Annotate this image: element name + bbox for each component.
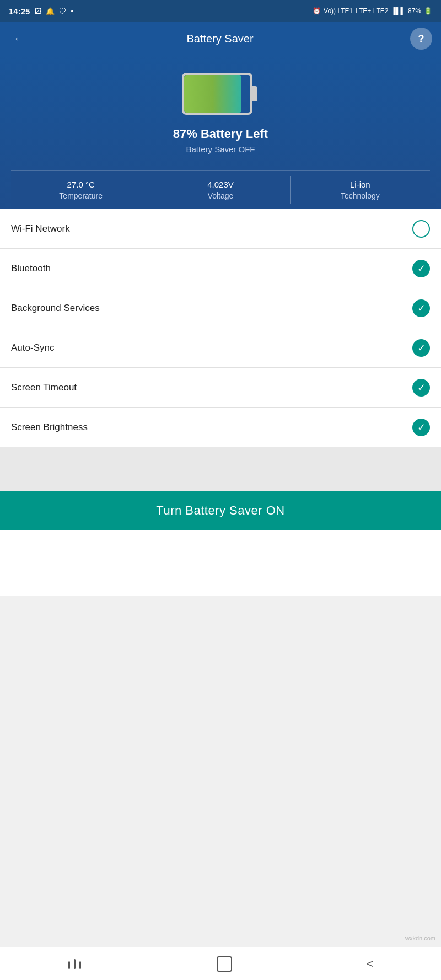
voltage-stat: 4.023V Voltage — [150, 171, 290, 209]
alarm-icon: ⏰ — [313, 7, 321, 15]
home-icon — [217, 956, 232, 972]
screen-timeout-setting[interactable]: Screen Timeout ✓ — [0, 368, 441, 408]
status-left: 14:25 🖼 🔔 🛡 • — [9, 7, 73, 16]
battery-section: 87% Battery Left Battery Saver OFF 27.0 … — [0, 55, 441, 209]
voltage-label: Voltage — [208, 191, 234, 200]
screen-brightness-label: Screen Brightness — [11, 422, 88, 433]
recent-apps-icon — [67, 959, 82, 969]
bluetooth-label: Bluetooth — [11, 263, 51, 274]
battery-percent-label: 87% Battery Left — [173, 127, 268, 141]
navigation-bar: < — [0, 947, 441, 980]
technology-stat: Li-ion Technology — [291, 171, 430, 209]
battery-percent-status: 87% — [408, 7, 421, 15]
status-right: ⏰ Vo)) LTE1 LTE+ LTE2 ▐▌▌ 87% 🔋 — [313, 7, 432, 15]
voltage-value: 4.023V — [207, 180, 234, 189]
battery-tip — [252, 86, 257, 101]
auto-sync-setting[interactable]: Auto-Sync ✓ — [0, 328, 441, 368]
temperature-value: 27.0 °C — [67, 180, 95, 189]
screen-timeout-checkbox[interactable]: ✓ — [412, 379, 430, 397]
bottom-spacer — [0, 530, 441, 596]
background-services-checkbox[interactable]: ✓ — [412, 299, 430, 317]
temperature-label: Temperature — [59, 191, 103, 200]
turn-battery-saver-on-button[interactable]: Turn Battery Saver ON — [0, 491, 441, 530]
spacer-gray — [0, 447, 441, 491]
recent-apps-button[interactable] — [51, 954, 99, 974]
screen-brightness-setting[interactable]: Screen Brightness ✓ — [0, 408, 441, 447]
back-button[interactable]: ← — [9, 27, 30, 50]
stats-row: 27.0 °C Temperature 4.023V Voltage Li-io… — [11, 170, 430, 209]
wifi-setting[interactable]: Wi-Fi Network — [0, 209, 441, 249]
notification-icon: 🔔 — [46, 7, 55, 15]
home-button[interactable] — [200, 951, 249, 977]
bluetooth-setting[interactable]: Bluetooth ✓ — [0, 249, 441, 288]
battery-saver-status: Battery Saver OFF — [186, 144, 255, 154]
signal-lte1: Vo)) LTE1 — [324, 7, 353, 15]
page-title: Battery Saver — [186, 33, 253, 45]
technology-value: Li-ion — [350, 180, 370, 189]
battery-fill — [184, 75, 241, 113]
shield-icon: 🛡 — [59, 7, 66, 15]
app-header: ← Battery Saver ? — [0, 22, 441, 55]
signal-bars: ▐▌▌ — [391, 7, 405, 15]
battery-body — [182, 73, 252, 115]
battery-icon-container — [182, 72, 259, 116]
screen-brightness-checkbox[interactable]: ✓ — [412, 419, 430, 436]
temperature-stat: 27.0 °C Temperature — [11, 171, 150, 209]
battery-icon — [182, 72, 259, 116]
photo-icon: 🖼 — [34, 7, 41, 15]
wifi-label: Wi-Fi Network — [11, 223, 70, 234]
auto-sync-label: Auto-Sync — [11, 342, 54, 354]
auto-sync-checkbox[interactable]: ✓ — [412, 339, 430, 357]
dot-indicator: • — [71, 7, 73, 15]
back-nav-icon: < — [367, 957, 374, 971]
signal-lte2: LTE+ LTE2 — [356, 7, 388, 15]
background-services-setting[interactable]: Background Services ✓ — [0, 288, 441, 328]
watermark: wxkdn.com — [405, 935, 435, 941]
help-button[interactable]: ? — [410, 28, 432, 50]
technology-label: Technology — [341, 191, 380, 200]
settings-list: Wi-Fi Network Bluetooth ✓ Background Ser… — [0, 209, 441, 447]
battery-icon-status: 🔋 — [424, 7, 432, 15]
status-bar: 14:25 🖼 🔔 🛡 • ⏰ Vo)) LTE1 LTE+ LTE2 ▐▌▌ … — [0, 0, 441, 22]
bluetooth-checkbox[interactable]: ✓ — [412, 260, 430, 277]
wifi-checkbox[interactable] — [412, 220, 430, 238]
background-services-label: Background Services — [11, 303, 100, 314]
screen-timeout-label: Screen Timeout — [11, 382, 77, 393]
back-nav-button[interactable]: < — [350, 951, 390, 977]
status-time: 14:25 — [9, 7, 30, 16]
